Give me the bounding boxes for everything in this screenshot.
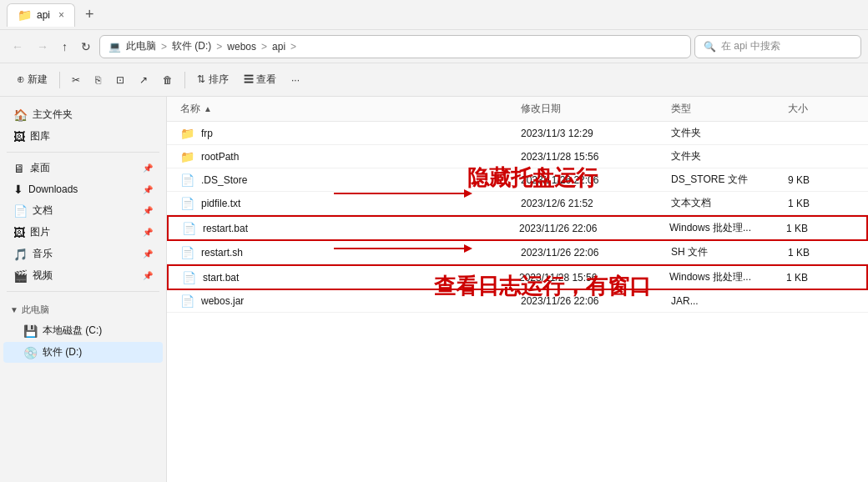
- file-type: JAR...: [671, 295, 788, 307]
- sidebar-downloads-label: Downloads: [28, 183, 138, 195]
- sidebar-item-documents[interactable]: 📄 文档 📌: [3, 200, 163, 221]
- tab-folder-icon: 📁: [18, 8, 32, 22]
- sidebar-this-pc-header[interactable]: ▼ 此电脑: [0, 297, 166, 319]
- file-type: Windows 批处理...: [669, 221, 786, 235]
- col-type-header[interactable]: 类型: [671, 102, 788, 116]
- file-row[interactable]: 📄 start.bat 2023/11/28 15:56 Windows 批处理…: [167, 264, 868, 290]
- view-button[interactable]: ☰ 查看: [237, 69, 283, 90]
- sidebar-documents-pin: 📌: [143, 206, 153, 215]
- file-icon: 📄: [180, 173, 194, 187]
- sidebar-item-downloads[interactable]: ⬇ Downloads 📌: [3, 179, 163, 199]
- new-button[interactable]: ⊕ 新建: [10, 69, 54, 90]
- sidebar-pictures-pin: 📌: [143, 228, 153, 237]
- sidebar: 🏠 主文件夹 🖼 图库 🖥 桌面 📌 ⬇ Downloads 📌 📄 文档 📌 …: [0, 97, 167, 482]
- file-name: start.bat: [203, 272, 239, 284]
- col-date-header[interactable]: 修改日期: [521, 102, 671, 116]
- gallery-icon: 🖼: [13, 130, 25, 143]
- sort-button[interactable]: ⇅ 排序: [190, 69, 235, 90]
- sidebar-item-local-c[interactable]: 💾 本地磁盘 (C:): [3, 320, 163, 341]
- sidebar-videos-label: 视频: [33, 269, 138, 283]
- forward-button[interactable]: →: [32, 37, 53, 57]
- col-name-header[interactable]: 名称 ▲: [180, 102, 521, 116]
- file-type: 文件夹: [671, 149, 788, 163]
- sidebar-local-c-label: 本地磁盘 (C:): [43, 324, 153, 338]
- file-icon: 📄: [180, 294, 194, 308]
- tab-close-button[interactable]: ×: [58, 9, 64, 21]
- tab-api[interactable]: 📁 api ×: [7, 3, 75, 27]
- toolbar: ⊕ 新建 ✂ ⎘ ⊡ ↗ 🗑 ⇅ 排序 ☰ 查看 ···: [0, 63, 868, 97]
- refresh-button[interactable]: ↻: [76, 37, 96, 57]
- file-icon: 📄: [180, 246, 194, 259]
- col-type-label: 类型: [671, 102, 691, 116]
- sidebar-item-desktop[interactable]: 🖥 桌面 📌: [3, 158, 163, 178]
- back-button[interactable]: ←: [7, 37, 28, 57]
- title-bar: 📁 api × +: [0, 0, 868, 30]
- sidebar-item-software-d[interactable]: 💿 软件 (D:): [3, 342, 163, 363]
- sidebar-item-pictures[interactable]: 🖼 图片 📌: [3, 222, 163, 243]
- music-icon: 🎵: [13, 248, 28, 261]
- file-name: restart.bat: [203, 223, 248, 234]
- copy-button[interactable]: ⎘: [88, 71, 108, 89]
- address-bar[interactable]: 💻 此电脑 > 软件 (D:) > webos > api >: [99, 35, 691, 58]
- file-name-cell: 📄 start.bat: [182, 271, 519, 284]
- nav-bar: ← → ↑ ↻ 💻 此电脑 > 软件 (D:) > webos > api > …: [0, 30, 868, 63]
- file-row[interactable]: 📄 restart.bat 2023/11/26 22:06 Windows 批…: [167, 215, 868, 241]
- sidebar-item-home[interactable]: 🏠 主文件夹: [3, 104, 163, 125]
- file-row[interactable]: 📄 restart.sh 2023/11/26 22:06 SH 文件 1 KB: [167, 241, 868, 264]
- file-size: 9 KB: [788, 174, 855, 186]
- videos-icon: 🎬: [13, 269, 28, 283]
- tab-area: 📁 api × +: [7, 3, 861, 27]
- content-wrapper: 名称 ▲ 修改日期 类型 大小 📁 frp 2023/11/3 12:29 文件…: [167, 97, 868, 482]
- file-row[interactable]: 📄 webos.jar 2023/11/26 22:06 JAR...: [167, 290, 868, 313]
- pictures-icon: 🖼: [13, 226, 25, 239]
- sort-arrow: ▲: [204, 104, 212, 113]
- sidebar-music-pin: 📌: [143, 249, 153, 259]
- toolbar-sep-2: [184, 72, 185, 88]
- address-icon: 💻: [108, 41, 121, 53]
- expand-icon: ▼: [10, 305, 18, 314]
- sidebar-item-gallery[interactable]: 🖼 图库: [3, 126, 163, 147]
- main-area: 🏠 主文件夹 🖼 图库 🖥 桌面 📌 ⬇ Downloads 📌 📄 文档 📌 …: [0, 97, 868, 482]
- file-name: rootPath: [201, 151, 239, 163]
- file-row[interactable]: 📄 pidfile.txt 2023/12/6 21:52 文本文档 1 KB: [167, 192, 868, 215]
- file-rows-container: 📁 frp 2023/11/3 12:29 文件夹 📁 rootPath 202…: [167, 122, 868, 313]
- file-row[interactable]: 📁 frp 2023/11/3 12:29 文件夹: [167, 122, 868, 145]
- cut-button[interactable]: ✂: [65, 71, 87, 89]
- sidebar-music-label: 音乐: [33, 247, 138, 261]
- address-pc: 此电脑: [126, 39, 156, 53]
- file-list-header: 名称 ▲ 修改日期 类型 大小: [167, 97, 868, 122]
- toolbar-sep-1: [59, 72, 60, 88]
- file-name-cell: 📄 webos.jar: [180, 294, 521, 308]
- sidebar-divider-1: [7, 152, 159, 153]
- new-tab-button[interactable]: +: [78, 6, 101, 23]
- home-icon: 🏠: [13, 108, 28, 122]
- sidebar-item-videos[interactable]: 🎬 视频 📌: [3, 265, 163, 286]
- file-name-cell: 📄 .DS_Store: [180, 173, 521, 187]
- sidebar-desktop-pin: 📌: [143, 163, 153, 173]
- file-name-cell: 📁 frp: [180, 127, 521, 140]
- col-size-label: 大小: [788, 102, 808, 116]
- file-row[interactable]: 📄 .DS_Store 2023/11/26 22:06 DS_STORE 文件…: [167, 168, 868, 192]
- search-bar[interactable]: 🔍 在 api 中搜索: [694, 35, 861, 58]
- file-name: pidfile.txt: [201, 198, 240, 209]
- file-name: restart.sh: [201, 247, 243, 259]
- file-size: 1 KB: [786, 272, 853, 284]
- share-button[interactable]: ↗: [133, 71, 154, 89]
- sidebar-downloads-pin: 📌: [143, 185, 153, 194]
- file-row[interactable]: 📁 rootPath 2023/11/28 15:56 文件夹: [167, 145, 868, 168]
- file-name: webos.jar: [201, 295, 244, 307]
- file-date: 2023/11/28 15:56: [519, 272, 669, 284]
- sidebar-gallery-label: 图库: [30, 129, 153, 143]
- sidebar-item-music[interactable]: 🎵 音乐 📌: [3, 244, 163, 264]
- col-name-label: 名称: [180, 102, 200, 116]
- file-icon: 📄: [182, 271, 196, 284]
- up-button[interactable]: ↑: [57, 37, 73, 57]
- more-button[interactable]: ···: [285, 71, 306, 89]
- sidebar-divider-2: [7, 291, 159, 292]
- col-size-header[interactable]: 大小: [788, 102, 855, 116]
- paste-button[interactable]: ⊡: [109, 71, 131, 89]
- tab-label: api: [37, 9, 50, 21]
- file-date: 2023/11/3 12:29: [521, 128, 671, 139]
- delete-button[interactable]: 🗑: [156, 71, 179, 89]
- file-date: 2023/11/28 15:56: [521, 151, 671, 163]
